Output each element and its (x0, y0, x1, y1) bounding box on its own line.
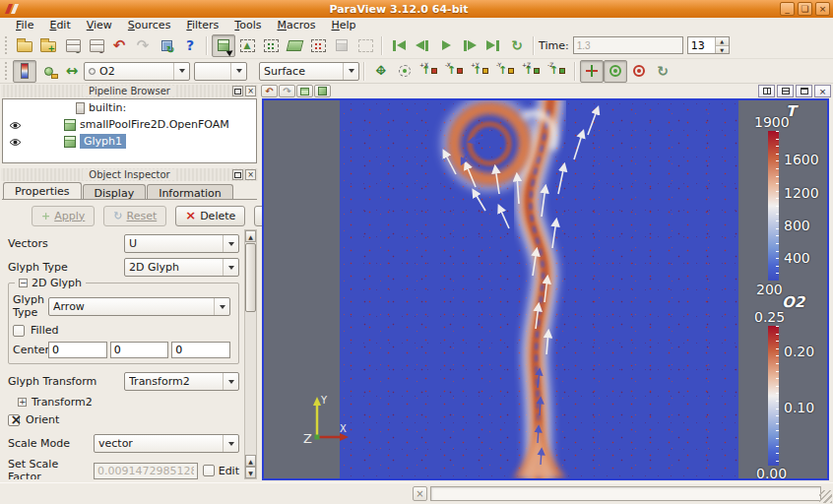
disconnect-server-button[interactable] (84, 34, 107, 57)
arrow-combo[interactable]: Arrow (48, 297, 230, 316)
connect-server-button[interactable] (60, 34, 84, 57)
vectors-combo[interactable]: U (124, 234, 239, 253)
toggle-color-legend-button[interactable] (13, 60, 36, 83)
spreadsheet-view-button[interactable] (296, 85, 313, 97)
center-z-field[interactable] (171, 342, 230, 358)
apply-button[interactable]: +Apply (32, 206, 95, 226)
rotate-camera-button[interactable]: ↻ (651, 60, 674, 83)
menu-file[interactable]: File (8, 19, 41, 32)
float-dock-button[interactable] (232, 169, 243, 180)
component-combo[interactable] (194, 62, 247, 81)
tab-properties[interactable]: Properties (3, 182, 82, 199)
vcr-previous-frame-button[interactable] (411, 34, 434, 57)
center-x-field[interactable] (48, 342, 107, 358)
reset-button[interactable]: ↻Reset (103, 206, 166, 226)
delete-button[interactable]: ×Delete (175, 206, 245, 226)
scroll-up-icon[interactable]: ▲ (245, 230, 256, 242)
close-view-button[interactable]: × (814, 85, 831, 97)
show-center-button[interactable] (580, 60, 604, 83)
menu-edit[interactable]: Edit (41, 19, 78, 32)
close-button[interactable]: × (815, 2, 830, 16)
menu-tools[interactable]: Tools (226, 19, 269, 32)
properties-scrollbar[interactable]: ▲ ▲ ▼ (244, 229, 257, 479)
pipeline-item-glyph1[interactable]: Glyph1 (3, 133, 256, 150)
menu-filters[interactable]: Filters (178, 19, 226, 32)
scale-mode-combo[interactable]: vector (94, 434, 239, 453)
time-value-field[interactable] (573, 36, 683, 54)
render-viewport[interactable]: Y X Z T 1900 1600 1200 800 400 200 O2 0.… (262, 98, 829, 480)
view-minus-x-button[interactable]: -X↑ (442, 60, 468, 83)
object-inspector-header[interactable]: Object Inspector × (1, 168, 258, 181)
menu-view[interactable]: View (79, 19, 120, 32)
scroll-up-icon[interactable]: ▲ (245, 455, 256, 467)
legend-o2-colorbar[interactable] (768, 326, 779, 466)
split-vertical-button[interactable] (758, 85, 775, 97)
time-step-spinbox[interactable]: ▲▼ (687, 36, 730, 54)
toolbar-handle[interactable] (5, 36, 10, 54)
maximize-button[interactable]: ❏ (798, 2, 812, 16)
color-by-combo[interactable]: O2 (84, 62, 190, 81)
tab-information[interactable]: Information (147, 184, 233, 199)
scale-factor-field[interactable] (94, 463, 198, 479)
orient-checkbox[interactable] (8, 414, 20, 426)
select-block-button[interactable] (330, 34, 353, 57)
help-button[interactable]: ? (178, 34, 202, 57)
redo-button[interactable]: ↷ (131, 34, 155, 57)
view-plus-z-button[interactable]: +Z↑ (519, 60, 545, 83)
glyph-transform-combo[interactable]: Transform2 (124, 372, 239, 391)
vcr-last-frame-button[interactable] (481, 34, 505, 57)
cancel-progress-button[interactable]: × (413, 486, 427, 501)
filled-checkbox[interactable] (13, 325, 25, 337)
pipeline-item-builtin[interactable]: builtin: (3, 99, 256, 116)
toolbar-handle[interactable] (5, 62, 10, 80)
cube-axes-button[interactable] (314, 85, 331, 97)
close-dock-button[interactable]: × (245, 86, 256, 96)
tab-display[interactable]: Display (83, 184, 147, 199)
scrollbar-thumb[interactable] (245, 243, 256, 312)
float-dock-button[interactable] (232, 86, 243, 96)
vcr-play-button[interactable] (434, 34, 458, 57)
vcr-loop-button[interactable]: ↻ (505, 34, 529, 57)
glyph-type-combo[interactable]: 2D Glyph (124, 258, 239, 277)
split-horizontal-button[interactable] (777, 85, 794, 97)
view-minus-z-button[interactable]: -Z↑ (545, 60, 570, 83)
menu-help[interactable]: Help (324, 19, 364, 32)
close-dock-button[interactable]: × (245, 169, 256, 180)
select-cells-on-button[interactable]: ▲ (235, 34, 259, 57)
select-cells-through-button[interactable] (283, 34, 306, 57)
select-points-through-button[interactable] (306, 34, 330, 57)
expand-icon[interactable]: + (18, 398, 27, 407)
pick-center-button[interactable] (604, 60, 627, 83)
edit-color-map-button[interactable] (36, 60, 60, 83)
menu-macros[interactable]: Macros (269, 19, 323, 32)
collapse-icon[interactable]: − (19, 279, 28, 287)
reset-camera-button[interactable]: ↔↕ (369, 60, 393, 83)
spin-up-icon[interactable]: ▲ (716, 37, 729, 45)
eye-visibility-icon[interactable] (9, 137, 22, 150)
pipeline-item-source[interactable]: smallPoolFire2D.OpenFOAM (3, 116, 256, 133)
view-plus-y-button[interactable]: +Y↑ (468, 60, 493, 83)
undo-button[interactable]: ↶ (107, 34, 131, 57)
spin-down-icon[interactable]: ▼ (716, 45, 729, 53)
center-y-field[interactable] (110, 342, 169, 358)
auto-apply-button[interactable]: ↻ (155, 34, 178, 57)
interact-3d-button[interactable] (212, 34, 235, 57)
menu-sources[interactable]: Sources (120, 19, 179, 32)
open-file-button[interactable] (13, 34, 36, 57)
reset-center-button[interactable] (627, 60, 651, 83)
vcr-first-frame-button[interactable] (387, 34, 411, 57)
interactive-select-button[interactable] (353, 34, 377, 57)
vcr-next-frame-button[interactable] (458, 34, 481, 57)
minimize-button[interactable]: _ (780, 2, 795, 16)
zoom-to-data-button[interactable] (393, 60, 416, 83)
view-minus-y-button[interactable]: -Y↑ (493, 60, 519, 83)
pipeline-browser-header[interactable]: Pipeline Browser × (1, 85, 258, 97)
rescale-range-button[interactable]: ↔ (60, 60, 84, 83)
view-plus-x-button[interactable]: +X↑ (416, 60, 442, 83)
maximize-view-button[interactable] (796, 85, 812, 97)
legend-t-colorbar[interactable] (768, 131, 779, 281)
resize-grip[interactable] (819, 490, 832, 503)
time-step-input[interactable] (688, 37, 715, 53)
scroll-down-icon[interactable]: ▼ (245, 467, 256, 478)
save-state-button[interactable]: + (36, 34, 60, 57)
